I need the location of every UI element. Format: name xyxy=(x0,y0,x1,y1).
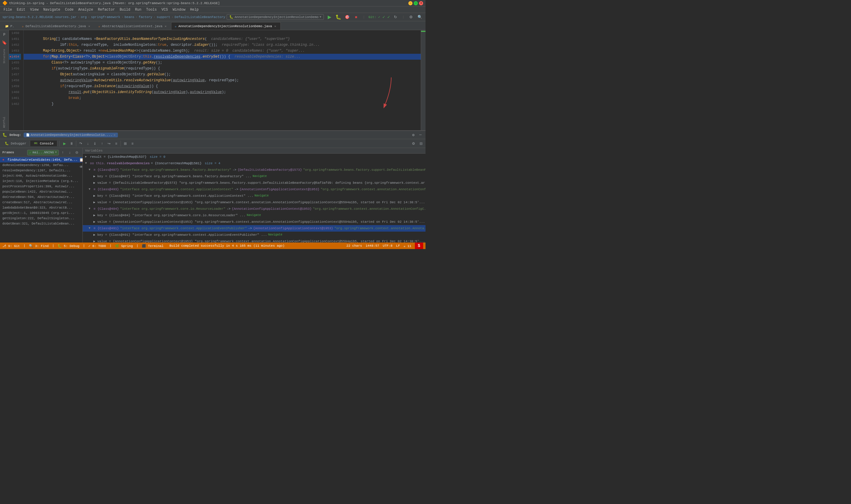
sidebar-restful-label[interactable]: RESTful xyxy=(3,115,6,129)
breadcrumb-sources[interactable]: spring-beans-5.2.2.RELEASE-sources.jar xyxy=(2,15,76,19)
status-find[interactable]: 🔍 3: Find xyxy=(29,244,49,248)
maximize-button[interactable]: □ xyxy=(414,1,418,5)
menu-tools[interactable]: Tools xyxy=(144,7,159,13)
breadcrumb-org[interactable]: org xyxy=(81,15,87,19)
var-entry2-navigate[interactable]: Navigate xyxy=(254,193,269,199)
frames-button[interactable]: ⊞ xyxy=(122,140,129,147)
step-over-button[interactable]: ↷ xyxy=(77,140,84,147)
settings-gear-button[interactable]: ⚙ xyxy=(410,140,417,147)
var-entry-4[interactable]: ▼ ≡ {Class@491} "interface org.springfra… xyxy=(83,225,426,232)
var-entry-3[interactable]: ▼ ≡ {Class@484} "interface org.springfra… xyxy=(83,205,426,212)
frame-item-2[interactable]: resolveDependency:1207, DefaultL... xyxy=(0,168,83,173)
evaluate-button[interactable]: ≡ xyxy=(113,140,120,147)
tab-abstract-app[interactable]: ☕ AbstractApplicationContext.java ✕ xyxy=(94,22,171,30)
frame-item-5[interactable]: postProcessProperties:399, Autowir... xyxy=(0,184,83,189)
menu-file[interactable]: File xyxy=(1,7,15,13)
frame-item-4[interactable]: inject:116, InjectionMetadata (org.s... xyxy=(0,178,83,184)
menu-help[interactable]: Help xyxy=(188,7,201,13)
debug-session-close[interactable]: ✕ xyxy=(114,133,115,137)
var-entry4-key-detail[interactable]: ▶ key = {Class@491} "interface org.sprin… xyxy=(83,232,426,238)
var-entry3-val-detail[interactable]: ▶ value = {AnnotationConfigApplicationCo… xyxy=(83,219,426,225)
frame-item-1[interactable]: doResolveDependency:1250, Defau... xyxy=(0,162,83,168)
debug-close-icon[interactable]: ─ xyxy=(418,132,423,138)
var-entry-2[interactable]: ▼ ≡ {Class@493} "interface org.springfra… xyxy=(83,186,426,193)
menu-vcs[interactable]: VCS xyxy=(159,7,170,13)
debug-settings-icon[interactable]: ⚙ xyxy=(411,132,416,138)
status-spring[interactable]: 🌿 Spring xyxy=(115,244,133,248)
status-debug[interactable]: 🐛 5: Debug xyxy=(58,244,79,248)
frames-down-button[interactable]: ↓ xyxy=(67,149,73,156)
menu-build[interactable]: Build xyxy=(117,7,133,13)
minimize-button[interactable]: ─ xyxy=(409,1,413,5)
status-terminal[interactable]: ⬛ Terminal xyxy=(142,244,163,248)
menu-code[interactable]: Code xyxy=(62,7,76,13)
menu-window[interactable]: Window xyxy=(170,7,188,13)
status-git[interactable]: ⎇ 9: Git xyxy=(2,244,20,248)
debug-session-tab[interactable]: 📄 AnnotationDependencyInjectionResolutio… xyxy=(24,133,118,137)
threads-button[interactable]: ≡ xyxy=(129,140,135,147)
settings-button[interactable]: ⚙ xyxy=(408,14,414,20)
console-tab-console[interactable]: 📟 Console xyxy=(30,141,57,146)
run-to-cursor-button[interactable]: ↪ xyxy=(106,140,112,147)
frame-item-11[interactable]: getSingleton:222, DefaultSingleton... xyxy=(0,216,83,221)
tab-proj[interactable]: 📁 P. xyxy=(1,22,18,30)
run-button[interactable]: ▶ xyxy=(326,14,333,20)
var-entry2-key-detail[interactable]: ▶ key = {Class@493} "interface org.sprin… xyxy=(83,193,426,199)
frames-copy-icon[interactable]: 📋 xyxy=(78,157,83,163)
tab-abstract-close[interactable]: ✕ xyxy=(164,24,167,29)
var-entry1-key-detail[interactable]: ▶ key = {Class@487} "interface org.sprin… xyxy=(83,173,426,180)
debug-button[interactable]: 🐛 xyxy=(335,14,342,20)
tab-bean-factory-close[interactable]: ✕ xyxy=(88,24,91,29)
var-entry4-navigate[interactable]: Navigate xyxy=(268,232,283,237)
breadcrumb-factory[interactable]: factory xyxy=(139,15,152,19)
menu-analyze[interactable]: Analyze xyxy=(76,7,95,13)
run-coverage-button[interactable]: 🎯 xyxy=(344,14,350,20)
var-entry3-key-detail[interactable]: ▶ key = {Class@484} "interface org.sprin… xyxy=(83,212,426,219)
var-entry-1[interactable]: ▼ ≡ {Class@487} "interface org.springfra… xyxy=(83,167,426,173)
var-entry3-navigate[interactable]: Navigate xyxy=(247,213,261,218)
menu-refactor[interactable]: Refactor xyxy=(95,7,117,13)
sidebar-structure-label[interactable]: Structure xyxy=(3,48,6,65)
breadcrumb-beans[interactable]: beans xyxy=(125,15,134,19)
resume-button[interactable]: ▶ xyxy=(61,140,68,147)
frames-filter-button[interactable]: ⊝ xyxy=(74,149,80,156)
layout-button[interactable]: ⊟ xyxy=(418,140,424,147)
code-content[interactable]: String [] candidateNames = BeanFactoryUt… xyxy=(24,30,421,130)
sidebar-bookmark-icon[interactable]: 🔖 xyxy=(1,39,8,46)
menu-edit[interactable]: Edit xyxy=(15,7,28,13)
sonar-icon[interactable]: S xyxy=(415,242,423,249)
sidebar-project-icon[interactable]: P xyxy=(1,31,8,38)
var-entry4-val-detail[interactable]: ▶ value = {AnnotationConfigApplicationCo… xyxy=(83,238,426,242)
frames-eye-icon[interactable]: 👁 xyxy=(78,164,83,170)
var-entry2-val-detail[interactable]: ▶ value = {AnnotationConfigApplicationCo… xyxy=(83,199,426,205)
frame-item-6[interactable]: populateBean:1422, AbstractAutowi... xyxy=(0,189,83,194)
menu-view[interactable]: View xyxy=(28,7,41,13)
menu-run[interactable]: Run xyxy=(133,7,144,13)
menu-navigate[interactable]: Navigate xyxy=(41,7,62,13)
frame-item-7[interactable]: doCreateBean:594, AbstractAutowire... xyxy=(0,194,83,200)
console-tab-debugger[interactable]: 🐛 Debugger xyxy=(1,141,30,146)
frame-item-9[interactable]: lambda$doGetBean$0:323, AbstractB... xyxy=(0,205,83,210)
frame-item-10[interactable]: getObject:-1, 1008315045 (org.spri... xyxy=(0,210,83,216)
tab-annotation-demo[interactable]: ☕ AnnotationDependencyInjectionResolutio… xyxy=(171,22,281,30)
thread-selector[interactable]: ✓ mai...NNING ▼ xyxy=(27,150,59,156)
step-into-button[interactable]: ↓ xyxy=(85,140,91,147)
step-out-button[interactable]: ↑ xyxy=(99,140,105,147)
tab-bean-factory[interactable]: ☕ DefaultListableBeanFactory.java ✕ xyxy=(18,22,94,30)
var-resolvable[interactable]: ▼ oo this. resolvableDependencies = {Con… xyxy=(83,160,426,167)
search-everywhere-button[interactable]: 🔍 xyxy=(417,14,423,20)
frame-item-3[interactable]: inject:640, AutowiredAnnotationBe... xyxy=(0,173,83,178)
var-result[interactable]: ▶ result = {LinkedHashMap@1537} size = 0 xyxy=(83,154,426,160)
frames-up-button[interactable]: ↑ xyxy=(59,149,66,156)
window-controls[interactable]: ─ □ ✕ xyxy=(409,1,423,5)
frame-item-8[interactable]: createBean:517, AbstractAutowireC... xyxy=(0,200,83,205)
status-todo[interactable]: ✓ 6: TODO xyxy=(88,244,106,248)
frame-item-0[interactable]: ● findAutowireCandidates:1454, Defa... xyxy=(0,157,83,162)
frame-item-12[interactable]: doGetBean:321, DefaultListableBean... xyxy=(0,221,83,226)
var-entry1-navigate[interactable]: Navigate xyxy=(253,174,267,179)
pause-button[interactable]: ⏸ xyxy=(68,140,75,147)
var-entry1-val-detail[interactable]: ▶ value = {DefaultListableBeanFactory@15… xyxy=(83,180,426,186)
close-button[interactable]: ✕ xyxy=(419,1,423,5)
tab-annotation-close[interactable]: ✕ xyxy=(274,24,277,29)
step-into-my-code-button[interactable]: ⇓ xyxy=(92,140,98,147)
